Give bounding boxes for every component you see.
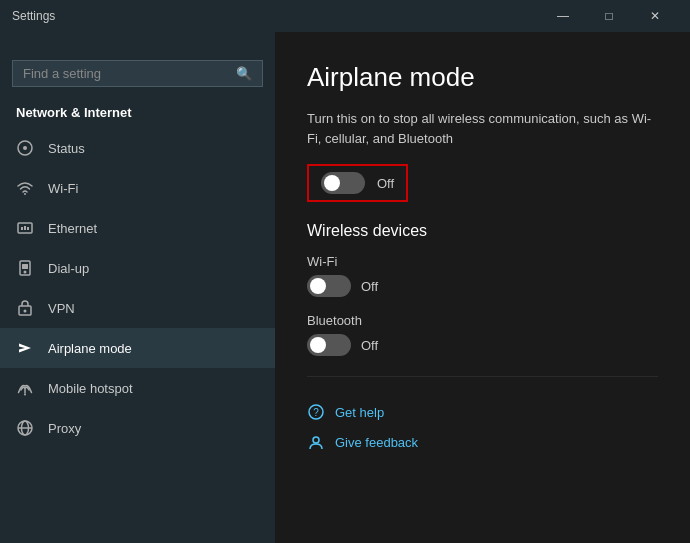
svg-rect-6 [27,227,29,230]
device-toggle-row-wifi: Off [307,275,658,297]
svg-text:?: ? [313,407,319,418]
wifi-toggle[interactable] [307,275,351,297]
sidebar-item-airplane[interactable]: Airplane mode [0,328,275,368]
links-container: ? Get help Give feedback [307,397,658,457]
divider [307,376,658,377]
page-title: Airplane mode [307,62,658,93]
search-box[interactable]: 🔍 [12,60,263,87]
svg-rect-5 [24,226,26,230]
airplane-toggle-label: Off [377,176,394,191]
description: Turn this on to stop all wireless commun… [307,109,658,148]
sidebar-item-label-status: Status [48,141,85,156]
link-give-feedback[interactable]: Give feedback [307,427,658,457]
svg-rect-4 [21,227,23,230]
bluetooth-toggle-label: Off [361,338,378,353]
airplane-toggle[interactable] [321,172,365,194]
device-name-wifi: Wi-Fi [307,254,658,269]
device-row-wifi: Wi-Fi Off [307,254,658,297]
status-icon [16,139,34,157]
search-icon: 🔍 [236,66,252,81]
device-row-bluetooth: Bluetooth Off [307,313,658,356]
svg-rect-9 [22,264,28,269]
airplane-toggle-knob [324,175,340,191]
window-controls: — □ ✕ [540,0,678,32]
sidebar-item-label-ethernet: Ethernet [48,221,97,236]
bluetooth-toggle-knob [310,337,326,353]
get-help-icon: ? [307,403,325,421]
sidebar-item-ethernet[interactable]: Ethernet [0,208,275,248]
close-button[interactable]: ✕ [632,0,678,32]
sidebar-item-dialup[interactable]: Dial-up [0,248,275,288]
dialup-icon [16,259,34,277]
wifi-icon [16,179,34,197]
app-body: 🔍 Network & Internet Status Wi-Fi Ethern… [0,32,690,543]
device-toggle-row-bluetooth: Off [307,334,658,356]
minimize-button[interactable]: — [540,0,586,32]
sidebar-item-wifi[interactable]: Wi-Fi [0,168,275,208]
search-input[interactable] [23,66,228,81]
devices-container: Wi-Fi Off Bluetooth Off [307,254,658,356]
sidebar-item-proxy[interactable]: Proxy [0,408,275,448]
device-name-bluetooth: Bluetooth [307,313,658,328]
bluetooth-toggle[interactable] [307,334,351,356]
ethernet-icon [16,219,34,237]
sidebar-item-label-proxy: Proxy [48,421,81,436]
wireless-devices-title: Wireless devices [307,222,658,240]
svg-point-1 [23,146,27,150]
nav-items-list: Status Wi-Fi Ethernet Dial-up VPN Airpla… [0,128,275,448]
airplane-toggle-highlight[interactable]: Off [307,164,408,202]
sidebar-item-label-hotspot: Mobile hotspot [48,381,133,396]
content-area: Airplane mode Turn this on to stop all w… [275,32,690,543]
sidebar-item-label-vpn: VPN [48,301,75,316]
sidebar-item-label-wifi: Wi-Fi [48,181,78,196]
link-get-help[interactable]: ? Get help [307,397,658,427]
sidebar-item-hotspot[interactable]: Mobile hotspot [0,368,275,408]
svg-point-11 [24,310,27,313]
get-help-label: Get help [335,405,384,420]
airplane-icon [16,339,34,357]
sidebar-item-label-dialup: Dial-up [48,261,89,276]
hotspot-icon [16,379,34,397]
titlebar: Settings — □ ✕ [0,0,690,32]
sidebar-item-label-airplane: Airplane mode [48,341,132,356]
svg-point-8 [24,271,27,274]
proxy-icon [16,419,34,437]
give-feedback-icon [307,433,325,451]
wifi-toggle-knob [310,278,326,294]
sidebar-item-status[interactable]: Status [0,128,275,168]
vpn-icon [16,299,34,317]
svg-point-12 [24,394,26,396]
svg-point-2 [24,193,26,195]
app-title: Settings [12,9,55,23]
wifi-toggle-label: Off [361,279,378,294]
sidebar-header [0,40,275,60]
sidebar: 🔍 Network & Internet Status Wi-Fi Ethern… [0,32,275,543]
svg-point-18 [313,437,319,443]
sidebar-section-label: Network & Internet [0,99,275,128]
maximize-button[interactable]: □ [586,0,632,32]
sidebar-item-vpn[interactable]: VPN [0,288,275,328]
give-feedback-label: Give feedback [335,435,418,450]
